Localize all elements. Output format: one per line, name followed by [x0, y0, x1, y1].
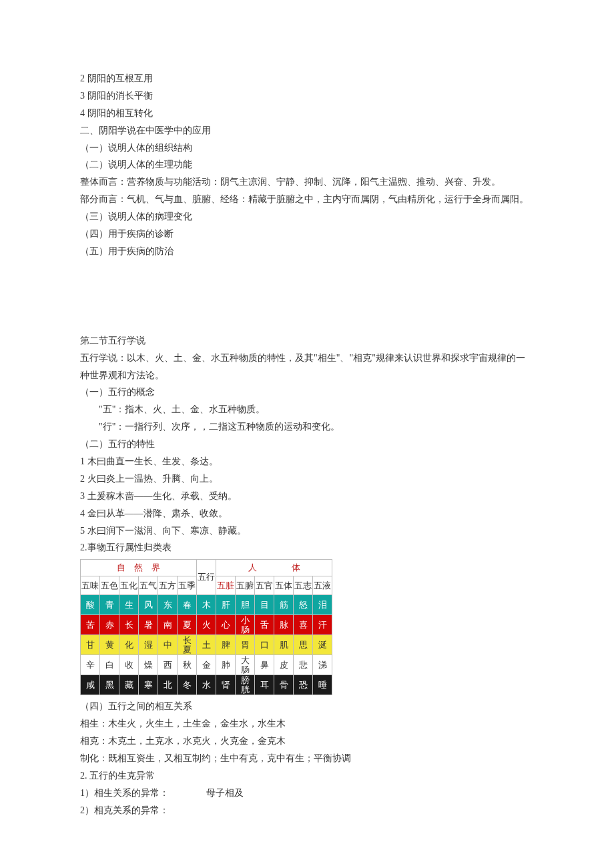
column-header: 五官 — [255, 576, 274, 595]
text-line: 整体而言：营养物质与功能活动：阴气主凉润、宁静、抑制、沉降，阳气主温煦、推动、兴… — [80, 173, 534, 191]
table-cell: 唾 — [313, 675, 332, 695]
column-header: 五气 — [139, 576, 158, 595]
column-header: 五色 — [100, 576, 119, 595]
table-cell: 南 — [158, 615, 178, 635]
table-cell: 白 — [100, 655, 119, 675]
table-cell: 耳 — [255, 675, 274, 695]
table-group-header-row: 自 然 界 五行 人 体 — [81, 560, 332, 576]
table-cell: 湿 — [139, 635, 158, 655]
table-cell: 口 — [255, 635, 274, 655]
text-line: 第二节五行学说 — [80, 332, 534, 350]
table-row: 咸黑藏寒北冬水肾膀胱耳骨恐唾 — [81, 675, 332, 695]
table-cell: 肌 — [274, 635, 294, 655]
table-cell: 长 — [119, 615, 139, 635]
text-line: "五"：指木、火、土、金、水五种物质。 — [80, 401, 534, 418]
wuxing-intro-block: 第二节五行学说五行学说：以木、火、土、金、水五种物质的特性，及其"相生"、"相克… — [80, 332, 534, 402]
table-cell: 收 — [119, 655, 139, 675]
text-line: （二）五行的特性 — [80, 436, 534, 453]
table-cell: 涕 — [313, 655, 332, 675]
table-cell: 火 — [197, 615, 216, 635]
table-cell: 骨 — [274, 675, 294, 695]
table-cell: 秋 — [178, 655, 197, 675]
table-cell: 赤 — [100, 615, 119, 635]
text-line: 二、阴阳学说在中医学中的应用 — [80, 122, 534, 139]
table-cell: 思 — [294, 635, 313, 655]
table-cell: 膀胱 — [236, 675, 255, 695]
wuxing-classification-table: 自 然 界 五行 人 体 五味五色五化五气五方五季五脏五腑五官五体五志五液 酸青… — [80, 559, 332, 695]
table-cell: 泪 — [313, 595, 332, 615]
table-row: 酸青生风东春木肝胆目筋怒泪 — [81, 595, 332, 615]
table-cell: 汗 — [313, 615, 332, 635]
column-header: 五方 — [158, 576, 178, 595]
table-cell: 皮 — [274, 655, 294, 675]
text-line: 部分而言：气机、气与血、脏腑、经络：精藏于脏腑之中，主内守而属阴，气由精所化，运… — [80, 191, 534, 208]
text-line: 相生：木生火，火生土，土生金，金生水，水生木 — [80, 715, 534, 733]
table-row: 辛白收燥西秋金肺大肠鼻皮悲涕 — [81, 655, 332, 675]
text-line: 制化：既相互资生，又相互制约；生中有克，克中有生；平衡协调 — [80, 750, 534, 767]
table-cell: 心 — [216, 615, 236, 635]
text-line: "行"：一指行列、次序，，二指这五种物质的运动和变化。 — [80, 418, 534, 436]
table-cell: 涎 — [313, 635, 332, 655]
table-cell: 脾 — [216, 635, 236, 655]
table-cell: 甘 — [81, 635, 100, 655]
table-cell: 黄 — [100, 635, 119, 655]
text-line: 2.事物五行属性归类表 — [80, 539, 534, 556]
text-line: 5 水曰润下一滋润、向下、寒凉、静藏。 — [80, 522, 534, 540]
group-header-nature: 自 然 界 — [81, 560, 197, 576]
group-header-wuxing: 五行 — [197, 560, 216, 595]
table-cell: 风 — [139, 595, 158, 615]
table-cell: 肾 — [216, 675, 236, 695]
table-row: 甘黄化湿中长夏土脾胃口肌思涎 — [81, 635, 332, 655]
table-cell: 土 — [197, 635, 216, 655]
table-cell: 咸 — [81, 675, 100, 695]
yinyang-outline-block: 2 阴阳的互根互用3 阴阳的消长平衡4 阴阳的相互转化二、阴阳学说在中医学中的应… — [80, 70, 534, 260]
table-body: 酸青生风东春木肝胆目筋怒泪苦赤长暑南夏火心小肠舌脉喜汗甘黄化湿中长夏土脾胃口肌思… — [81, 595, 332, 695]
table-cell: 冬 — [178, 675, 197, 695]
text-line: 4 阴阳的相互转化 — [80, 105, 534, 122]
table-cell: 西 — [158, 655, 178, 675]
table-cell: 怒 — [294, 595, 313, 615]
text-line: （二）说明人体的生理功能 — [80, 156, 534, 173]
table-cell: 燥 — [139, 655, 158, 675]
table-cell: 苦 — [81, 615, 100, 635]
table-cell: 长夏 — [178, 635, 197, 655]
table-cell: 胃 — [236, 635, 255, 655]
table-cell: 肺 — [216, 655, 236, 675]
table-cell: 木 — [197, 595, 216, 615]
table-cell: 肝 — [216, 595, 236, 615]
table-cell: 鼻 — [255, 655, 274, 675]
column-header: 五液 — [313, 576, 332, 595]
column-header: 五味 — [81, 576, 100, 595]
table-cell: 夏 — [178, 615, 197, 635]
table-cell: 寒 — [139, 675, 158, 695]
text-line: （四）用于疾病的诊断 — [80, 226, 534, 243]
column-header: 五体 — [274, 576, 294, 595]
table-cell: 悲 — [294, 655, 313, 675]
table-cell: 水 — [197, 675, 216, 695]
table-cell: 酸 — [81, 595, 100, 615]
column-header: 五腑 — [236, 576, 255, 595]
table-cell: 小肠 — [236, 615, 255, 635]
table-cell: 北 — [158, 675, 178, 695]
table-cell: 目 — [255, 595, 274, 615]
table-cell: 金 — [197, 655, 216, 675]
table-cell: 东 — [158, 595, 178, 615]
text-line: 五行学说：以木、火、土、金、水五种物质的特性，及其"相生"、"相克"规律来认识世… — [80, 350, 534, 384]
text-line: 2. 五行的生克异常 — [80, 767, 534, 785]
table-cell: 青 — [100, 595, 119, 615]
text-line: 相克：木克土，土克水，水克火，火克金，金克木 — [80, 733, 534, 750]
text-line: 1 木曰曲直一生长、生发、条达。 — [80, 453, 534, 470]
text-line: （一）说明人体的组织结构 — [80, 139, 534, 157]
column-header: 五脏 — [216, 576, 236, 595]
text-line: （四）五行之间的相互关系 — [80, 698, 534, 715]
text-line: 2）相克关系的异常： — [80, 802, 534, 819]
wuxing-relations-block: （四）五行之间的相互关系相生：木生火，火生土，土生金，金生水，水生木相克：木克土… — [80, 698, 534, 819]
table-cell: 脉 — [274, 615, 294, 635]
table-row: 苦赤长暑南夏火心小肠舌脉喜汗 — [81, 615, 332, 635]
column-header: 五化 — [119, 576, 139, 595]
text-line: （三）说明人体的病理变化 — [80, 208, 534, 226]
text-line: （一）五行的概念 — [80, 384, 534, 401]
column-header: 五季 — [178, 576, 197, 595]
text-line: 3 土爰稼木啬——生化、承载、受纳。 — [80, 488, 534, 505]
text-line: 1）相生关系的异常： 母子相及 — [80, 785, 534, 802]
